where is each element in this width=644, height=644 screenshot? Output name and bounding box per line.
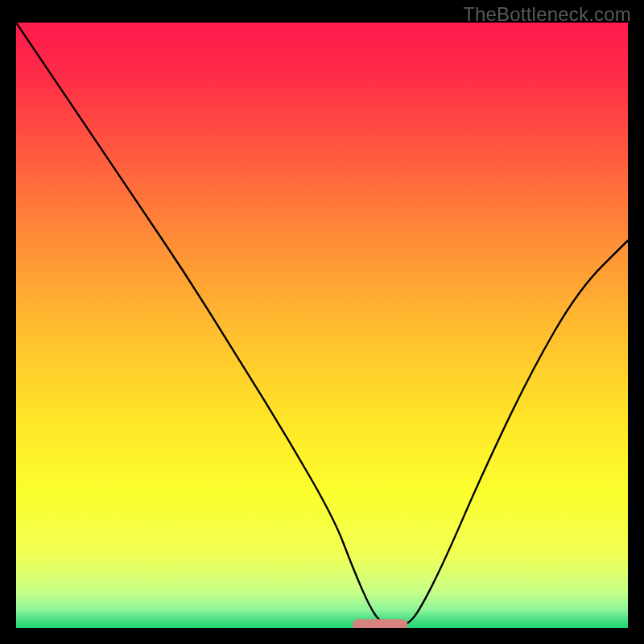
annotations-layer <box>353 619 407 628</box>
chart-frame: TheBottleneck.com <box>0 0 644 644</box>
gradient-background <box>16 23 628 628</box>
chart-svg <box>16 23 628 628</box>
plot-area <box>16 23 628 628</box>
valley-marker <box>353 619 407 628</box>
